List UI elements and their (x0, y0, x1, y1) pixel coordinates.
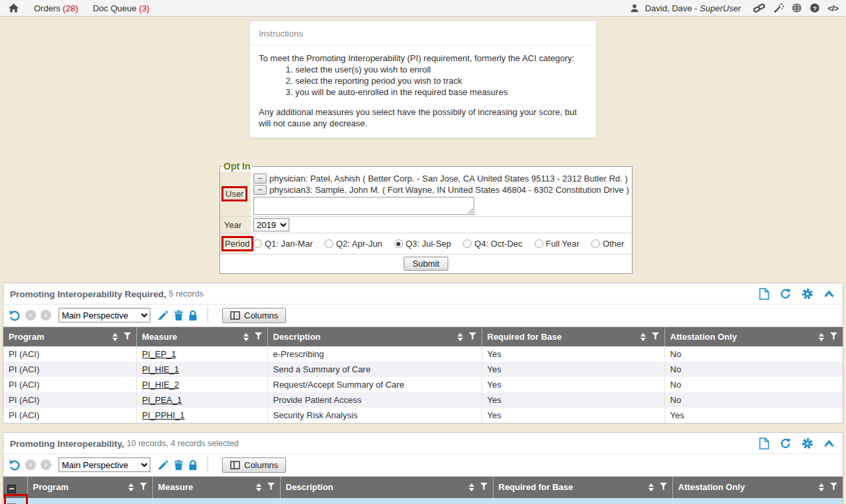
sort-icon[interactable] (819, 483, 824, 491)
filter-funnel-icon[interactable] (652, 332, 659, 342)
measure-link[interactable]: PI_HIE_2 (142, 380, 180, 390)
new-document-icon[interactable] (759, 438, 770, 449)
sort-icon[interactable] (469, 483, 474, 491)
filter-funnel-icon[interactable] (830, 482, 837, 492)
filter-funnel-icon[interactable] (660, 482, 667, 492)
column-header-measure[interactable]: Measure (136, 327, 267, 346)
refresh-icon[interactable] (779, 288, 791, 300)
code-icon[interactable]: </> (827, 3, 838, 13)
filter-funnel-icon[interactable] (469, 332, 476, 342)
delete-trash-icon[interactable] (174, 310, 184, 321)
perspective-select[interactable]: Main Perspective (59, 457, 150, 472)
column-header-required-for-base[interactable]: Required for Base (493, 477, 672, 498)
prev-page-icon[interactable]: ‹ (25, 310, 36, 320)
help-icon[interactable]: ? (809, 3, 820, 13)
next-page-icon[interactable]: › (41, 459, 51, 470)
selected-user-text: physician: Patel, Ashish ( Better Corp. … (269, 173, 628, 184)
collapse-chevron-up-icon[interactable] (823, 290, 835, 299)
nav-doc-queue[interactable]: Doc Queue (3) (92, 3, 149, 13)
remove-user-button[interactable]: − (253, 185, 267, 195)
delete-trash-icon[interactable] (174, 459, 184, 471)
home-icon[interactable] (8, 3, 19, 13)
sort-icon[interactable] (256, 483, 261, 491)
column-header-select-all[interactable] (3, 477, 27, 498)
sort-icon[interactable] (458, 333, 463, 341)
instruction-step: you will be auto-enrolled in the require… (295, 86, 587, 98)
sort-icon[interactable] (243, 333, 249, 341)
submit-button[interactable]: Submit (404, 257, 448, 271)
selected-user-row: − physician3: Sample, John M. ( Fort Way… (253, 184, 629, 195)
user-icon (629, 3, 640, 13)
column-header-attestation-only[interactable]: Attestation Only (672, 477, 843, 498)
column-header-measure[interactable]: Measure (152, 477, 280, 498)
perspective-select[interactable]: Main Perspective (59, 308, 150, 322)
radio-icon[interactable] (394, 239, 403, 248)
measure-link[interactable]: PI_EP_1 (142, 349, 176, 359)
opt-in-legend: Opt In (221, 161, 252, 172)
collapse-chevron-up-icon[interactable] (823, 440, 835, 448)
column-header-program[interactable]: Program (27, 477, 152, 498)
prev-page-icon[interactable]: ‹ (25, 459, 36, 470)
measure-link[interactable]: PI_PEA_1 (142, 395, 182, 405)
period-row: Period Q1: Jan-Mar Q2: Apr-Jun Q3: Jul-S… (220, 233, 632, 254)
year-select[interactable]: 2019 (253, 218, 289, 231)
filter-funnel-icon[interactable] (830, 332, 837, 342)
period-option-q2[interactable]: Q2: Apr-Jun (325, 239, 382, 249)
panel-record-count: 10 records, 4 records selected (127, 439, 239, 448)
remove-user-button[interactable]: − (253, 174, 267, 184)
column-header-description[interactable]: Description (280, 477, 493, 498)
filter-funnel-icon[interactable] (124, 332, 131, 342)
column-header-required-for-base[interactable]: Required for Base (482, 327, 664, 346)
undo-icon[interactable] (9, 459, 21, 471)
link-icon[interactable] (753, 3, 766, 13)
sort-icon[interactable] (648, 483, 654, 491)
sort-icon[interactable] (819, 333, 824, 341)
globe-icon[interactable] (791, 3, 802, 13)
refresh-icon[interactable] (779, 438, 791, 449)
radio-icon[interactable] (463, 239, 472, 248)
column-header-program[interactable]: Program (3, 327, 136, 346)
table-row: PI (ACI)PI_HIE_1Send a Summary of CareYe… (3, 362, 843, 377)
radio-icon[interactable] (253, 239, 262, 248)
period-option-q4[interactable]: Q4: Oct-Dec (463, 239, 522, 249)
edit-pencil-icon[interactable] (158, 310, 169, 321)
sort-icon[interactable] (112, 333, 118, 341)
period-option-other[interactable]: Other (591, 239, 625, 249)
settings-gear-icon[interactable] (801, 288, 813, 300)
columns-button[interactable]: Columns (222, 457, 286, 473)
select-all-checkbox[interactable] (7, 485, 16, 493)
filter-funnel-icon[interactable] (480, 482, 488, 492)
filter-funnel-icon[interactable] (255, 332, 262, 342)
measure-link[interactable]: PI_HIE_1 (142, 364, 180, 374)
radio-icon[interactable] (535, 239, 543, 248)
table-row: PI (ACI) PI_CCTPE_1 View, Download and T… (3, 498, 843, 504)
current-user[interactable]: David, Dave - SuperUser (645, 3, 742, 13)
undo-icon[interactable] (9, 309, 21, 321)
column-header-description[interactable]: Description (267, 327, 482, 346)
edit-pencil-icon[interactable] (158, 459, 169, 471)
table-row: PI (ACI)PI_PPHI_1Security Risk AnalysisY… (3, 408, 843, 423)
lock-icon[interactable] (188, 459, 198, 471)
column-header-attestation-only[interactable]: Attestation Only (664, 327, 843, 346)
period-option-q1[interactable]: Q1: Jan-Mar (253, 239, 313, 249)
nav-orders[interactable]: Orders (28) (34, 3, 78, 13)
columns-button[interactable]: Columns (222, 308, 286, 323)
filter-funnel-icon[interactable] (140, 482, 147, 492)
sort-icon[interactable] (128, 483, 134, 491)
user-search-input[interactable] (253, 197, 474, 215)
radio-icon[interactable] (325, 239, 333, 248)
filter-funnel-icon[interactable] (267, 482, 275, 492)
year-label: Year (221, 220, 241, 230)
period-label-highlight: Period (221, 236, 253, 251)
magic-wand-icon[interactable] (773, 3, 784, 13)
period-option-full-year[interactable]: Full Year (535, 239, 580, 249)
settings-gear-icon[interactable] (801, 438, 813, 449)
measure-link[interactable]: PI_PPHI_1 (142, 410, 185, 420)
period-label: Period (225, 239, 250, 249)
radio-icon[interactable] (591, 239, 600, 248)
next-page-icon[interactable]: › (41, 310, 51, 320)
period-option-q3[interactable]: Q3: Jul-Sep (394, 239, 452, 249)
sort-icon[interactable] (640, 333, 646, 341)
lock-icon[interactable] (188, 310, 198, 321)
new-document-icon[interactable] (759, 288, 770, 300)
